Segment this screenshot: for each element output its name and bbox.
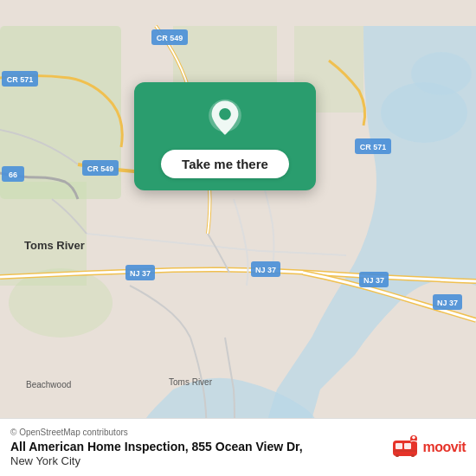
svg-rect-31 xyxy=(396,443,402,449)
svg-point-29 xyxy=(219,108,231,120)
svg-text:NJ 37: NJ 37 xyxy=(437,299,458,307)
svg-text:CR 549: CR 549 xyxy=(157,34,183,42)
attribution-text: © OpenStreetMap contributors xyxy=(10,428,303,437)
svg-text:CR 571: CR 571 xyxy=(360,143,387,151)
svg-point-4 xyxy=(9,268,113,338)
svg-text:Toms River: Toms River xyxy=(24,239,85,252)
svg-text:CR 571: CR 571 xyxy=(7,75,34,84)
svg-point-1 xyxy=(411,52,472,95)
svg-text:Beachwood: Beachwood xyxy=(26,380,71,389)
map-svg: CR 571 CR 549 CR 549 CR 571 NJ 37 NJ 37 … xyxy=(0,0,476,476)
svg-text:NJ 37: NJ 37 xyxy=(255,266,276,274)
business-name: All American Home Inspection, 855 Ocean … xyxy=(10,439,303,454)
location-card[interactable]: Take me there xyxy=(134,82,316,190)
svg-point-37 xyxy=(412,436,415,440)
svg-rect-32 xyxy=(404,443,411,449)
svg-rect-35 xyxy=(393,450,417,452)
svg-rect-34 xyxy=(411,454,415,457)
svg-text:NJ 37: NJ 37 xyxy=(130,269,151,278)
city-name: New York City xyxy=(10,454,303,467)
bottom-info: © OpenStreetMap contributors All America… xyxy=(10,428,303,467)
location-pin-icon xyxy=(204,98,246,139)
svg-text:NJ 37: NJ 37 xyxy=(363,276,384,285)
svg-text:Toms River: Toms River xyxy=(169,377,213,387)
map-container: CR 571 CR 549 CR 549 CR 571 NJ 37 NJ 37 … xyxy=(0,0,476,476)
moovit-label: moovit xyxy=(423,440,466,455)
take-me-there-button[interactable]: Take me there xyxy=(161,150,289,178)
bottom-bar: © OpenStreetMap contributors All America… xyxy=(0,418,476,476)
moovit-bus-icon xyxy=(391,434,419,461)
svg-text:66: 66 xyxy=(9,170,17,179)
svg-text:CR 549: CR 549 xyxy=(87,164,114,173)
moovit-logo: moovit xyxy=(391,434,466,461)
svg-rect-33 xyxy=(396,454,399,457)
